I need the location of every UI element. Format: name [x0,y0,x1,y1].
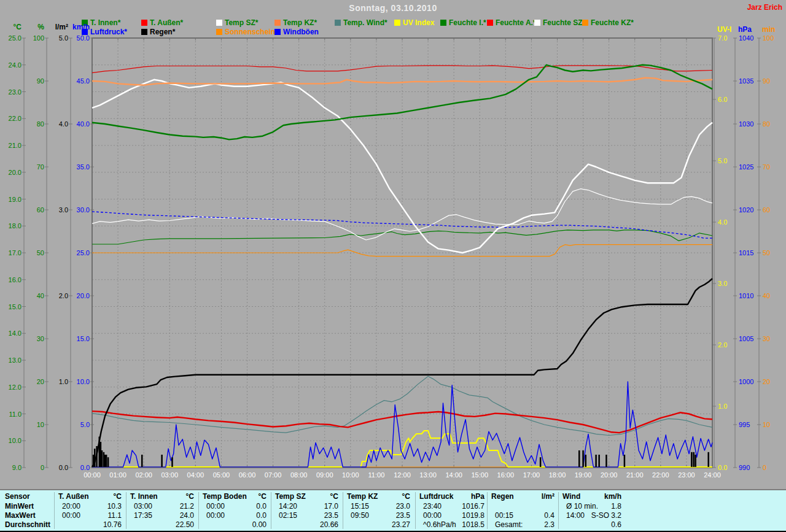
table-separator [126,492,126,529]
table-col-unit: °C [347,492,410,501]
table-cell-value: 0.0 [203,502,267,511]
table-cell-value: 21.2 [130,502,194,511]
table-col-unit: °C [275,492,338,501]
weather-chart-plot[interactable] [0,0,786,489]
table-separator [487,492,488,529]
table-cell-value: 17.0 [275,502,338,511]
table-cell-value: 1.8 [562,502,621,511]
table-cell-value: 20.66 [275,520,338,529]
table-cell-value: 0.00 [203,520,267,529]
table-cell-value: 1018.5 [419,520,484,529]
table-row-label: MaxWert [5,511,36,520]
table-cell-value: 1016.7 [419,502,484,511]
table-col-unit: l/m² [491,492,554,501]
table-row-label: MinWert [5,502,34,511]
table-cell-value: 10.3 [58,502,122,511]
table-row-label: Durchschnitt [5,520,50,529]
table-cell-value: 23.5 [347,511,410,520]
table-col-unit: °C [130,492,194,501]
table-cell-value: 0.4 [491,511,554,520]
series-t_innen [92,65,712,140]
table-cell-value: 23.27 [347,520,410,529]
table-cell-value: 1019.8 [419,511,484,520]
daily-stats-table: SensorMinWertMaxWertDurchschnittT. Außen… [0,489,786,532]
table-cell-value: 10.76 [58,520,122,529]
table-separator [271,492,271,529]
table-cell-value: 22.50 [130,520,194,529]
table-separator [54,492,55,529]
table-cell-value: 24.0 [130,511,194,520]
weather-app-window: Sonntag, 03.10.2010 Jarz Erich T. Innen*… [0,0,786,532]
table-separator [415,492,416,529]
table-cell-value: 23.5 [275,511,338,520]
table-separator [343,492,343,529]
table-col-unit: km/h [562,492,621,501]
table-cell-value: 0.6 [562,520,621,529]
table-col-unit: hPa [419,492,484,501]
table-row-label: Sensor [5,492,30,501]
table-cell-value: 11.1 [58,511,122,520]
table-cell-value: 0.0 [203,511,267,520]
table-separator [558,492,559,529]
table-cell-value: 2.3 [491,520,554,529]
table-col-unit: °C [203,492,267,501]
table-cell-value: 23.0 [347,502,410,511]
table-col-unit: °C [58,492,122,501]
table-cell-value: S-SO 3.2 [562,511,621,520]
table-separator [198,492,199,529]
